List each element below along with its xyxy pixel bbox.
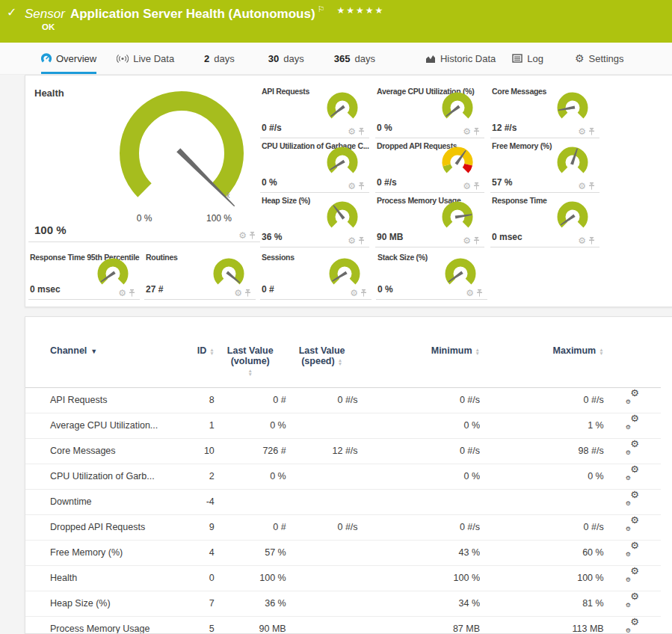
gauge-tile-api-requests[interactable]: API Requests0 #/s⚙ <box>260 86 369 138</box>
channel-link[interactable]: Health <box>50 573 77 583</box>
channel-settings-icon[interactable]: ⚙⚙ <box>626 542 639 555</box>
channel-link[interactable]: Average CPU Utilization... <box>50 420 158 431</box>
gauge-tile-response-time-95th-percentile[interactable]: Response Time 95th Percentile0 msec⚙ <box>28 252 140 300</box>
column-header-channel[interactable]: Channel▼ <box>25 317 188 388</box>
pin-icon[interactable] <box>249 232 256 240</box>
gauge-tile-stack-size[interactable]: Stack Size (%)0 %⚙ <box>376 252 487 300</box>
gear-icon[interactable]: ⚙ <box>578 182 586 191</box>
pin-icon[interactable] <box>473 128 480 136</box>
channel-link[interactable]: Core Messages <box>50 446 116 456</box>
gear-icon[interactable]: ⚙ <box>348 236 356 245</box>
last-value-volume-cell: 726 # <box>215 439 286 464</box>
tab-30-days[interactable]: 30 days <box>268 43 304 74</box>
gauge-tile-average-cpu-utilization[interactable]: Average CPU Utilization (%)0 %⚙ <box>375 86 484 138</box>
gear-icon[interactable]: ⚙ <box>348 182 356 191</box>
gear-icon[interactable]: ⚙ <box>118 289 126 298</box>
sensor-word: Sensor <box>25 7 65 21</box>
flag-icon[interactable]: ⚐ <box>318 4 325 13</box>
gauge-tile-cpu-utilization-of-garbage-c[interactable]: CPU Utilization of Garbage C...0 %⚙ <box>260 141 369 193</box>
gear-icon[interactable]: ⚙ <box>466 289 474 298</box>
channel-settings-icon[interactable]: ⚙⚙ <box>626 618 639 632</box>
gear-icon[interactable]: ⚙ <box>463 236 471 245</box>
gear-icon[interactable]: ⚙ <box>578 236 586 245</box>
column-header-minimum[interactable]: Minimum▲▼ <box>358 317 480 388</box>
gauge-tile-sessions[interactable]: Sessions0 #⚙ <box>260 252 372 300</box>
gear-icon[interactable]: ⚙ <box>463 127 471 136</box>
pin-icon[interactable] <box>476 289 483 298</box>
gauge-tile-routines[interactable]: Routines27 #⚙ <box>144 252 256 300</box>
gear-icon[interactable]: ⚙ <box>463 182 471 191</box>
gauge-dial <box>552 198 594 237</box>
channel-settings-icon[interactable]: ⚙⚙ <box>626 390 639 403</box>
pin-icon[interactable] <box>358 237 365 245</box>
gauge-tile-free-memory[interactable]: Free Memory (%)57 %⚙ <box>490 141 599 193</box>
channel-link[interactable]: Downtime <box>50 496 92 507</box>
minimum-cell: 0 % <box>358 464 480 490</box>
id-cell: 9 <box>188 515 215 541</box>
tab-overview[interactable]: Overview <box>41 43 96 74</box>
pin-icon[interactable] <box>358 128 365 136</box>
last-value-speed-cell: 0 #/s <box>286 515 358 541</box>
gear-icon[interactable]: ⚙ <box>234 289 242 298</box>
channel-link[interactable]: Process Memory Usage <box>50 624 149 634</box>
pin-icon[interactable] <box>473 237 480 245</box>
pin-icon[interactable] <box>588 237 595 245</box>
channel-settings-cell: ⚙⚙ <box>604 617 661 634</box>
pin-icon[interactable] <box>588 182 595 191</box>
channel-link[interactable]: API Requests <box>50 395 107 405</box>
tab-historic-data[interactable]: Historic Data <box>425 43 496 74</box>
channel-link[interactable]: Heap Size (%) <box>50 598 111 609</box>
pin-icon[interactable] <box>244 289 251 298</box>
sensor-title: Application Server Health (Autonomous) <box>70 7 315 21</box>
channel-settings-icon[interactable]: ⚙⚙ <box>626 593 639 606</box>
channel-link[interactable]: CPU Utilization of Garb... <box>50 471 155 481</box>
svg-text:x̄: x̄ <box>226 191 230 200</box>
gauge-dial <box>437 144 478 182</box>
gauge-dial <box>437 89 478 128</box>
pin-icon[interactable] <box>473 182 480 191</box>
gear-icon[interactable]: ⚙ <box>238 231 247 240</box>
gauge-tile-response-time[interactable]: Response Time0 msec⚙ <box>490 195 599 247</box>
channel-link[interactable]: Free Memory (%) <box>50 547 123 558</box>
minimum-cell: 87 MB <box>358 617 480 634</box>
maximum-cell: 81 % <box>480 591 604 617</box>
pin-icon[interactable] <box>588 128 595 136</box>
gauge-tile-core-messages[interactable]: Core Messages12 #/s⚙ <box>490 86 599 138</box>
gauge-tile-process-memory-usage[interactable]: Process Memory Usage90 MB⚙ <box>375 195 484 247</box>
gauge-tile-dropped-api-requests[interactable]: Dropped API Requests0 #/s⚙ <box>375 141 484 193</box>
column-header-last-value-speed[interactable]: Last Value (speed)▲▼ <box>286 317 358 388</box>
column-header-id[interactable]: ID▲▼ <box>188 317 215 388</box>
tab-settings[interactable]: ⚙ Settings <box>575 43 624 74</box>
tab-365-days[interactable]: 365 days <box>334 43 375 74</box>
tab-label: Overview <box>56 53 96 64</box>
pin-icon[interactable] <box>360 289 367 298</box>
gauge-title: API Requests <box>262 87 309 96</box>
tab-log[interactable]: Log <box>512 43 543 74</box>
gauge-tile-heap-size[interactable]: Heap Size (%)36 %⚙ <box>260 195 369 247</box>
channel-settings-icon[interactable]: ⚙⚙ <box>626 517 639 530</box>
gear-icon[interactable]: ⚙ <box>348 127 356 136</box>
tab-2-days[interactable]: 2 days <box>204 43 235 74</box>
pin-icon[interactable] <box>129 289 135 298</box>
pin-icon[interactable] <box>358 182 365 191</box>
column-header-maximum[interactable]: Maximum▲▼ <box>480 317 604 388</box>
channel-table-panel: Channel▼ ID▲▼ Last Value (volume) ▲▼ Las… <box>25 316 672 634</box>
priority-stars[interactable]: ★★★★★ <box>337 5 385 16</box>
health-gauge: x̄ <box>99 84 264 212</box>
gauge-icon <box>41 53 52 64</box>
last-value-volume-cell: 57 % <box>215 541 286 566</box>
tab-number: 365 <box>334 53 351 64</box>
sort-icon: ▲▼ <box>475 348 480 355</box>
channel-settings-icon[interactable]: ⚙⚙ <box>626 440 639 454</box>
log-icon <box>512 54 523 63</box>
gear-icon[interactable]: ⚙ <box>578 127 586 136</box>
channel-settings-icon[interactable]: ⚙⚙ <box>626 466 639 479</box>
column-header-last-value-volume[interactable]: Last Value (volume) ▲▼ <box>215 317 286 388</box>
channel-settings-icon[interactable]: ⚙⚙ <box>626 491 639 505</box>
tab-live-data[interactable]: Live Data <box>117 43 174 74</box>
channel-settings-icon[interactable]: ⚙⚙ <box>626 415 639 428</box>
channel-link[interactable]: Dropped API Requests <box>50 522 145 532</box>
channel-settings-icon[interactable]: ⚙⚙ <box>626 567 639 581</box>
gauge-tile-health[interactable]: Health x̄ 0 % 100 % 100 % ⚙ <box>28 80 260 242</box>
gear-icon[interactable]: ⚙ <box>350 289 358 298</box>
